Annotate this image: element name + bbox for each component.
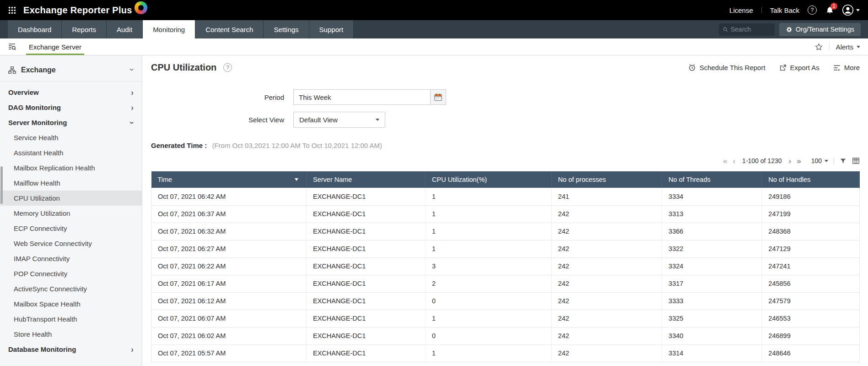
column-chooser-icon[interactable] (852, 157, 860, 164)
sidebar-item[interactable]: Database Monitoring (0, 342, 142, 357)
cell-handles: 247199 (762, 205, 860, 223)
nav-tab[interactable]: Monitoring (143, 20, 195, 38)
cell-server-name: EXCHANGE-DC1 (307, 310, 426, 327)
column-header-label: CPU Utilization(%) (432, 176, 487, 183)
table-row[interactable]: Oct 07, 2021 06:07 AM EXCHANGE-DC1 1 242… (151, 310, 860, 327)
nav-tab[interactable]: Content Search (195, 20, 264, 38)
help-icon[interactable]: ? (808, 5, 817, 15)
cell-handles: 247579 (762, 292, 860, 310)
cell-processes: 242 (551, 275, 662, 292)
cell-cpu-utilization: 3 (426, 257, 552, 275)
table-row[interactable]: Oct 07, 2021 05:57 AM EXCHANGE-DC1 1 242… (151, 344, 860, 362)
report-help-icon[interactable]: ? (223, 63, 232, 72)
sidebar-item-label: Mailbox Space Health (14, 300, 81, 308)
first-page-button[interactable] (723, 157, 727, 165)
column-header[interactable]: Time (151, 171, 307, 188)
sidebar-item[interactable]: Overview (0, 85, 142, 100)
column-header[interactable]: Server Name (307, 171, 426, 188)
table-row[interactable]: Oct 07, 2021 06:17 AM EXCHANGE-DC1 2 242… (151, 275, 860, 292)
column-header[interactable]: No of processes (551, 171, 662, 188)
talkback-link[interactable]: Talk Back (770, 6, 799, 14)
nav-tab[interactable]: Reports (62, 20, 107, 38)
title-row: CPU Utilization ? Schedule This Report (151, 62, 860, 73)
export-as-button[interactable]: Export As (779, 64, 819, 71)
license-link[interactable]: License (729, 6, 753, 14)
cell-processes: 242 (551, 344, 662, 362)
table-row[interactable]: Oct 07, 2021 06:37 AM EXCHANGE-DC1 1 242… (151, 205, 860, 223)
sidebar-item[interactable]: Mailflow Health (0, 175, 142, 191)
table-row[interactable]: Oct 07, 2021 06:22 AM EXCHANGE-DC1 3 242… (151, 257, 860, 275)
page-size-dropdown[interactable]: 100 (811, 157, 828, 164)
sidebar-item[interactable]: Store Health (0, 327, 142, 342)
column-header[interactable]: No of Threads (662, 171, 762, 188)
favorite-star-icon[interactable] (815, 43, 823, 51)
table-row[interactable]: Oct 07, 2021 06:42 AM EXCHANGE-DC1 1 241… (151, 188, 860, 205)
sidebar-item[interactable]: ECP Connectivity (0, 221, 142, 236)
next-page-button[interactable] (789, 157, 792, 165)
sidebar-item-label: IMAP Connectivity (14, 255, 70, 262)
view-select[interactable]: Default View (293, 112, 385, 128)
sidebar-item[interactable]: CPU Utilization (0, 191, 142, 206)
report-panel: CPU Utilization ? Schedule This Report (142, 55, 868, 366)
nav-tab[interactable]: Dashboard (8, 20, 62, 38)
calendar-button[interactable] (431, 89, 446, 105)
period-input[interactable] (293, 89, 431, 105)
table-row[interactable]: Oct 07, 2021 06:32 AM EXCHANGE-DC1 1 242… (151, 223, 860, 240)
sidebar-item[interactable]: Memory Utilization (0, 206, 142, 221)
column-header[interactable]: CPU Utilization(%) (426, 171, 552, 188)
sidebar-item-label: HubTransport Health (14, 315, 77, 323)
cell-processes: 241 (551, 188, 662, 205)
notifications-button[interactable]: 1 (826, 6, 834, 14)
search-input[interactable] (731, 26, 771, 33)
filter-icon[interactable] (840, 158, 846, 164)
table-row[interactable]: Oct 07, 2021 06:02 AM EXCHANGE-DC1 0 242… (151, 327, 860, 344)
cell-processes: 242 (551, 310, 662, 327)
subnav-right: Alerts (815, 43, 860, 51)
sidebar-item[interactable]: Mailbox Space Health (0, 296, 142, 311)
alerts-dropdown[interactable]: Alerts (836, 43, 860, 51)
sidebar-item[interactable]: Web Service Connectivity (0, 236, 142, 251)
nav-tab[interactable]: Audit (107, 20, 143, 38)
sidebar-item[interactable]: ActiveSync Connectivity (0, 281, 142, 296)
table-row[interactable]: Oct 07, 2021 06:12 AM EXCHANGE-DC1 0 242… (151, 292, 860, 310)
app-window: Exchange Reporter Plus License Talk Back… (0, 0, 868, 366)
sidebar-item[interactable]: IMAP Connectivity (0, 251, 142, 266)
cell-processes: 242 (551, 205, 662, 223)
global-search[interactable] (719, 23, 775, 36)
prev-page-button[interactable] (733, 157, 735, 165)
app-logo: Exchange Reporter Plus (23, 3, 147, 17)
cell-time: Oct 07, 2021 06:02 AM (151, 327, 307, 344)
sidebar-item[interactable]: Mailbox Replication Health (0, 160, 142, 175)
more-label: More (844, 64, 860, 71)
nav-tab[interactable]: Settings (264, 20, 309, 38)
cell-server-name: EXCHANGE-DC1 (307, 327, 426, 344)
sidebar-root-exchange[interactable]: Exchange (0, 55, 142, 82)
sidebar-item[interactable]: DAG Monitoring (0, 100, 142, 115)
sidebar-item[interactable]: HubTransport Health (0, 311, 142, 327)
more-button[interactable]: More (833, 64, 860, 71)
generated-time-row: Generated Time : (From Oct 03,2021 12:00… (151, 142, 860, 149)
nav-tab[interactable]: Support (309, 20, 354, 38)
column-header[interactable]: No of Handles (762, 171, 860, 188)
sidebar-item[interactable]: Service Health (0, 130, 142, 145)
content-area: Exchange Overview DAG Monitoring (0, 55, 868, 366)
account-menu[interactable] (842, 4, 860, 16)
sort-desc-icon[interactable] (295, 178, 298, 181)
sidebar-item[interactable]: POP Connectivity (0, 266, 142, 281)
schedule-report-button[interactable]: Schedule This Report (688, 64, 766, 71)
last-page-button[interactable] (797, 157, 801, 165)
sidebar-item[interactable]: Assistant Health (0, 145, 142, 160)
sidebar-scrollbar[interactable] (0, 166, 3, 204)
org-tenant-settings-button[interactable]: Org/Tenant Settings (779, 23, 861, 36)
sidebar-item-label: Memory Utilization (14, 209, 70, 217)
tab-exchange-server[interactable]: Exchange Server (29, 38, 81, 55)
apps-grid-icon[interactable] (8, 6, 16, 14)
sidebar-item-label: POP Connectivity (14, 270, 67, 278)
divider (761, 7, 762, 13)
sidebar-item[interactable]: Server Monitoring (0, 115, 142, 130)
cell-time: Oct 07, 2021 06:17 AM (151, 275, 307, 292)
report-search-icon[interactable] (8, 43, 16, 51)
cell-handles: 249186 (762, 188, 860, 205)
table-row[interactable]: Oct 07, 2021 06:27 AM EXCHANGE-DC1 1 242… (151, 240, 860, 257)
table-body: Oct 07, 2021 06:42 AM EXCHANGE-DC1 1 241… (151, 188, 860, 362)
